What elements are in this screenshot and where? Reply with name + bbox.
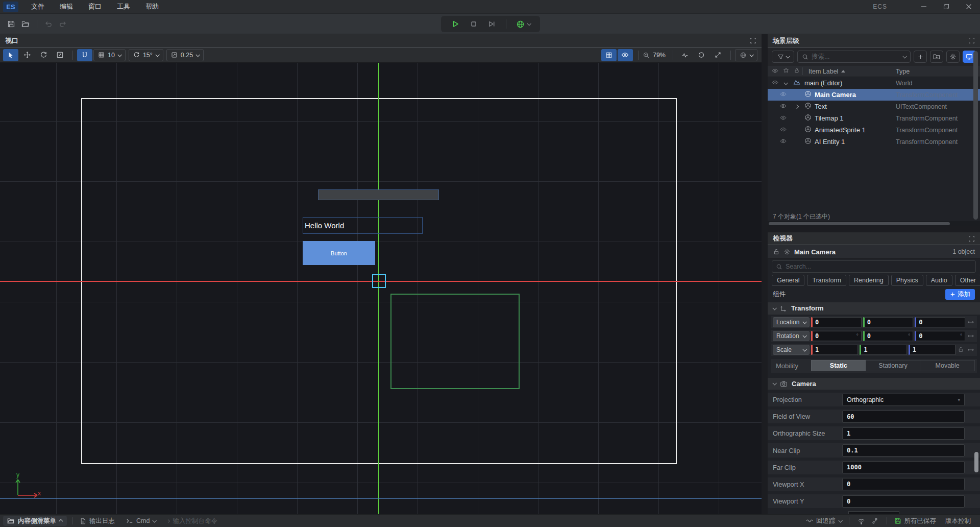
panel-splitter-horizontal[interactable] bbox=[768, 226, 980, 232]
link-values-icon[interactable] bbox=[967, 319, 975, 326]
output-log-button[interactable]: 输出日志 bbox=[78, 517, 117, 525]
scene-canvas[interactable]: Hello World Button y x bbox=[0, 63, 762, 514]
location-z-input[interactable]: 0 bbox=[915, 317, 965, 327]
location-y-input[interactable]: 0 bbox=[863, 317, 914, 327]
scale-z-input[interactable]: 1 bbox=[909, 345, 955, 355]
inspector-vscrollbar[interactable] bbox=[974, 452, 978, 472]
stop-icon[interactable] bbox=[470, 20, 478, 28]
tab-rendering[interactable]: Rendering bbox=[849, 275, 889, 286]
rotate-snap-dropdown[interactable]: 15° bbox=[129, 49, 163, 61]
hierarchy-search[interactable] bbox=[797, 51, 911, 63]
link-values-icon[interactable] bbox=[967, 332, 975, 340]
panel-splitter-vertical[interactable] bbox=[762, 34, 768, 514]
hierarchy-vscrollbar[interactable] bbox=[973, 51, 978, 220]
ui-panel-bar[interactable] bbox=[318, 189, 439, 200]
filter-dropdown[interactable] bbox=[772, 51, 794, 63]
redo-icon[interactable] bbox=[56, 17, 70, 31]
collapse-chevron[interactable] bbox=[783, 81, 788, 85]
lock-open-icon[interactable] bbox=[773, 248, 780, 255]
viewport-world-dropdown[interactable] bbox=[735, 49, 757, 61]
visibility-button[interactable] bbox=[618, 49, 633, 61]
tree-row-main[interactable]: main (Editor) World bbox=[768, 77, 980, 89]
ortho-size-input[interactable]: 1 bbox=[842, 427, 965, 440]
transform-section-header[interactable]: Transform bbox=[768, 302, 980, 314]
star-column-icon[interactable] bbox=[783, 67, 789, 75]
projection-select[interactable]: Orthographic▾ bbox=[842, 394, 965, 406]
item-label-column[interactable]: Item Label bbox=[808, 68, 845, 75]
globe-run-mode-dropdown[interactable] bbox=[516, 20, 530, 29]
rotation-z-input[interactable]: 0° bbox=[915, 331, 965, 341]
inspector-search-input[interactable] bbox=[786, 263, 972, 270]
console-command-input[interactable]: 输入控制台命令 bbox=[165, 517, 219, 525]
add-entity-button[interactable] bbox=[914, 51, 927, 63]
eye-icon[interactable] bbox=[780, 138, 787, 146]
eye-icon[interactable] bbox=[780, 91, 787, 99]
type-column[interactable]: Type bbox=[896, 68, 910, 75]
camera-section-header[interactable]: Camera bbox=[768, 378, 980, 390]
expand-panel-icon[interactable] bbox=[968, 235, 975, 242]
hello-world-text-node[interactable]: Hello World bbox=[303, 217, 423, 234]
scene-ui-button[interactable]: Button bbox=[303, 241, 375, 265]
wifi-icon[interactable] bbox=[857, 517, 865, 525]
gear-icon[interactable] bbox=[783, 248, 791, 255]
mobility-movable[interactable]: Movable bbox=[920, 360, 975, 371]
scale-y-input[interactable]: 1 bbox=[860, 345, 906, 355]
add-folder-button[interactable] bbox=[930, 51, 943, 63]
scale-snap-dropdown[interactable]: 0.25 bbox=[166, 49, 204, 61]
zoom-percent[interactable]: 79% bbox=[653, 52, 666, 59]
lock-column-icon[interactable] bbox=[794, 67, 800, 75]
step-icon[interactable] bbox=[487, 20, 496, 28]
trace-dropdown[interactable]: 回追踪 bbox=[804, 517, 844, 525]
menu-file[interactable]: 文件 bbox=[23, 0, 52, 14]
content-drawer-tab[interactable]: 内容侧滑菜单 bbox=[3, 516, 67, 526]
eye-icon[interactable] bbox=[772, 79, 778, 87]
location-dropdown[interactable]: Location bbox=[773, 317, 810, 327]
tab-audio[interactable]: Audio bbox=[926, 275, 952, 286]
tree-row-tilemap[interactable]: Tilemap 1 TransformComponent bbox=[768, 112, 980, 124]
hierarchy-hscrollbar[interactable] bbox=[768, 221, 980, 226]
menu-tools[interactable]: 工具 bbox=[109, 0, 138, 14]
show-grid-button[interactable] bbox=[601, 49, 617, 61]
save-status[interactable]: 所有已保存 bbox=[892, 517, 939, 525]
rotation-x-input[interactable]: 0° bbox=[811, 331, 862, 341]
mobility-stationary[interactable]: Stationary bbox=[866, 360, 921, 371]
hierarchy-settings-button[interactable] bbox=[946, 51, 960, 63]
add-component-button[interactable]: 添加 bbox=[945, 289, 975, 300]
eye-icon[interactable] bbox=[780, 103, 787, 111]
tree-row-main-camera[interactable]: Main Camera TransformComponent bbox=[768, 89, 980, 101]
cmd-dropdown[interactable]: Cmd bbox=[124, 517, 158, 524]
scale-x-input[interactable]: 1 bbox=[811, 345, 858, 355]
stats-button[interactable] bbox=[677, 49, 693, 61]
grid-snap-dropdown[interactable]: 10 bbox=[93, 49, 126, 61]
rotation-y-input[interactable]: 0° bbox=[863, 331, 914, 341]
tab-other[interactable]: Other bbox=[955, 275, 980, 286]
fullscreen-button[interactable] bbox=[710, 49, 725, 61]
link-values-icon[interactable] bbox=[967, 346, 975, 353]
viewport-x-input[interactable]: 0 bbox=[842, 478, 965, 490]
selection-handle-box[interactable] bbox=[372, 274, 386, 288]
snap-toggle-button[interactable] bbox=[77, 49, 92, 61]
maximize-button[interactable] bbox=[935, 0, 958, 14]
far-clip-input[interactable]: 1000 bbox=[842, 461, 965, 473]
eye-icon[interactable] bbox=[780, 114, 787, 123]
reset-view-button[interactable] bbox=[694, 49, 709, 61]
branch-icon[interactable] bbox=[871, 517, 878, 524]
eye-column-icon[interactable] bbox=[772, 67, 778, 76]
tree-row-ai-entity[interactable]: AI Entity 1 TransformComponent bbox=[768, 136, 980, 148]
play-icon[interactable] bbox=[451, 19, 460, 29]
menu-edit[interactable]: 编辑 bbox=[52, 0, 81, 14]
zoom-icon[interactable] bbox=[643, 52, 650, 59]
fov-input[interactable]: 60 bbox=[842, 411, 965, 423]
version-control-button[interactable]: 版本控制 bbox=[943, 517, 973, 525]
expand-panel-icon[interactable] bbox=[968, 37, 975, 44]
menu-window[interactable]: 窗口 bbox=[81, 0, 109, 14]
inspector-search[interactable] bbox=[772, 260, 976, 272]
app-logo[interactable]: ES bbox=[3, 2, 18, 12]
close-button[interactable] bbox=[958, 0, 980, 14]
expand-panel-icon[interactable] bbox=[750, 37, 756, 44]
undo-icon[interactable] bbox=[41, 17, 56, 31]
rotate-tool-button[interactable] bbox=[36, 49, 51, 61]
save-icon[interactable] bbox=[4, 17, 18, 31]
move-tool-button[interactable] bbox=[19, 49, 35, 61]
expand-chevron[interactable] bbox=[795, 104, 799, 108]
